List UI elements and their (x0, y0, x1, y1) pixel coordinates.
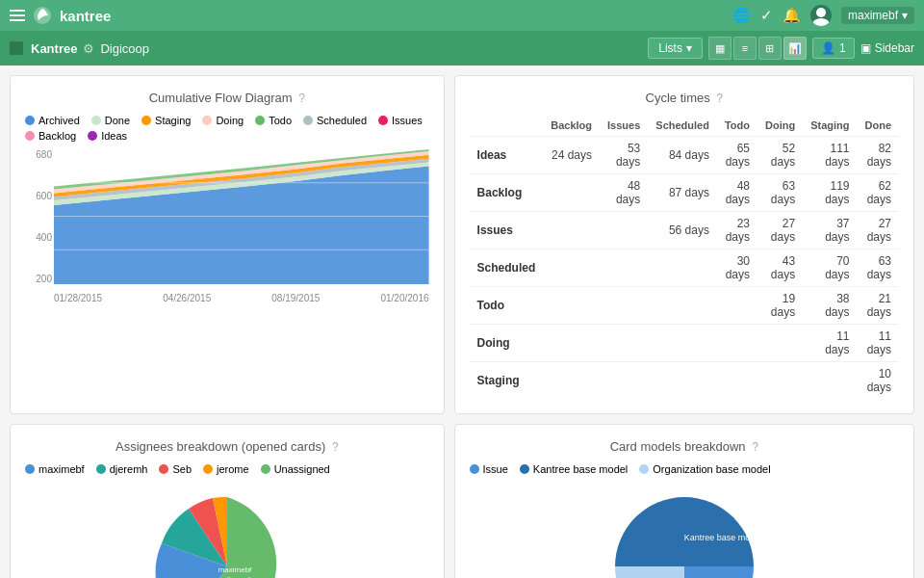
legend-org-base: Organization base model (639, 463, 770, 475)
table-row: Ideas24 days53 days84 days65 days52 days… (470, 137, 899, 174)
table-row: Scheduled30 days43 days70 days63 days (470, 250, 899, 287)
cfd-legend: Archived Done Staging Doing Todo Schedul… (25, 115, 429, 142)
legend-djeremh: djeremh (96, 463, 148, 475)
assignees-pie-chart: Unassigned maximebf djeremh Seb (131, 487, 323, 579)
svg-point-5 (812, 18, 830, 26)
legend-todo: Todo (255, 115, 292, 126)
table-row: Backlog48 days87 days48 days63 days119 d… (470, 174, 899, 212)
col-header-done: Done (858, 115, 900, 137)
sidebar-label: Sidebar (875, 41, 914, 55)
legend-seb: Seb (159, 463, 192, 475)
svg-text:djeremh: djeremh (224, 575, 252, 579)
assignees-help-icon[interactable]: ? (332, 440, 339, 454)
cycle-table-body: Ideas24 days53 days84 days65 days52 days… (470, 137, 899, 400)
view-grid-icon[interactable]: ▦ (708, 37, 732, 60)
cycle-times-card: Cycle times ? Backlog Issues Scheduled T… (454, 75, 914, 414)
logo-text: kantree (60, 8, 111, 24)
svg-rect-0 (10, 10, 25, 12)
bell-icon[interactable]: 🔔 (783, 7, 801, 24)
col-header-backlog: Backlog (543, 115, 600, 137)
person-icon: 👤 (821, 41, 835, 55)
cycle-times-title: Cycle times ? (470, 91, 899, 105)
gear-icon[interactable]: ⚙ (83, 41, 94, 56)
assignees-legend: maximebf djeremh Seb jerome Unassigned (25, 463, 429, 475)
col-header-staging: Staging (803, 115, 857, 137)
cycle-times-help-icon[interactable]: ? (716, 92, 723, 105)
svg-rect-1 (10, 14, 25, 16)
y-axis: 680 600 400 200 (25, 149, 52, 284)
card-models-legend: Issue Kantree base model Organization ba… (470, 463, 899, 475)
hamburger-icon[interactable] (10, 10, 25, 21)
table-row: Doing11 days11 days (470, 325, 899, 362)
card-models-pie-container: Kantree base model Issue (470, 485, 899, 578)
lists-label: Lists (658, 41, 682, 55)
legend-staging: Staging (141, 115, 191, 126)
legend-maximebf: maximebf (25, 463, 85, 475)
card-models-help-icon[interactable]: ? (752, 440, 758, 454)
legend-ideas: Ideas (88, 130, 127, 142)
project-name: Digicoop (100, 41, 149, 56)
table-row: Todo19 days38 days21 days (470, 287, 899, 325)
cfd-svg-wrap (54, 149, 429, 284)
lists-dropdown-arrow: ▾ (686, 41, 692, 55)
legend-doing: Doing (202, 115, 244, 126)
svg-text:Kantree base model: Kantree base model (684, 533, 762, 542)
dropdown-arrow: ▾ (902, 9, 908, 22)
legend-jerome: jerome (203, 463, 249, 475)
legend-archived: Archived (25, 115, 80, 126)
check-icon[interactable]: ✓ (760, 7, 773, 24)
table-header-row: Backlog Issues Scheduled Todo Doing Stag… (470, 115, 899, 137)
project-square-icon (10, 41, 23, 55)
sidebar-button[interactable]: ▣ Sidebar (860, 41, 914, 55)
secondary-nav: Kantree ⚙ Digicoop Lists ▾ ▦ ≡ ⊞ 📊 👤 1 ▣… (0, 31, 924, 66)
members-badge[interactable]: 👤 1 (812, 38, 855, 59)
lists-button[interactable]: Lists ▾ (648, 38, 703, 59)
col-header-todo: Todo (717, 115, 757, 137)
col-header-issues: Issues (600, 115, 648, 137)
top-nav: kantree 🌐 ✓ 🔔 maximebf ▾ (0, 0, 924, 31)
card-models-pie-chart: Kantree base model Issue (588, 487, 781, 579)
legend-scheduled: Scheduled (303, 115, 367, 126)
x-axis: 01/28/2015 04/26/2015 08/19/2015 01/20/2… (54, 293, 429, 303)
avatar[interactable] (810, 5, 832, 26)
view-table-icon[interactable]: ⊞ (758, 37, 782, 60)
col-header-doing: Doing (757, 115, 803, 137)
cfd-help-icon[interactable]: ? (298, 92, 305, 105)
cumulative-flow-card: Cumulative Flow Diagram ? Archived Done … (10, 75, 445, 414)
svg-text:maximebf: maximebf (218, 565, 251, 574)
globe-icon[interactable]: 🌐 (732, 7, 751, 24)
app-name: Kantree (31, 41, 77, 56)
view-chart-icon[interactable]: 📊 (783, 37, 807, 60)
legend-kantree-base: Kantree base model (520, 463, 628, 475)
assignees-card: Assignees breakdown (opened cards) ? max… (10, 424, 445, 578)
username-badge[interactable]: maximebf ▾ (841, 7, 914, 24)
legend-backlog: Backlog (25, 130, 76, 142)
table-row: Issues56 days23 days27 days37 days27 day… (470, 212, 899, 250)
cfd-title: Cumulative Flow Diagram ? (25, 91, 429, 105)
legend-done: Done (91, 115, 130, 126)
col-header-scheduled: Scheduled (648, 115, 717, 137)
col-header-label (470, 115, 544, 137)
view-list-icon[interactable]: ≡ (733, 37, 757, 60)
legend-issues: Issues (378, 115, 423, 126)
members-count: 1 (839, 41, 846, 55)
legend-unassigned: Unassigned (261, 463, 330, 475)
table-row: Staging10 days (470, 362, 899, 400)
username-label: maximebf (848, 9, 898, 22)
cfd-chart-area: 680 600 400 200 (25, 149, 429, 303)
card-models-title: Card models breakdown ? (470, 439, 899, 454)
svg-point-4 (816, 8, 826, 17)
card-models-card: Card models breakdown ? Issue Kantree ba… (454, 424, 914, 578)
logo-leaf-icon (33, 6, 52, 25)
main-content: Cumulative Flow Diagram ? Archived Done … (0, 66, 924, 578)
assignees-pie-container: Unassigned maximebf djeremh Seb (25, 485, 429, 578)
assignees-title: Assignees breakdown (opened cards) ? (25, 439, 429, 454)
legend-issue: Issue (470, 463, 508, 475)
cycle-times-table: Backlog Issues Scheduled Todo Doing Stag… (470, 115, 899, 399)
svg-rect-2 (10, 19, 25, 21)
sidebar-icon: ▣ (860, 41, 871, 55)
